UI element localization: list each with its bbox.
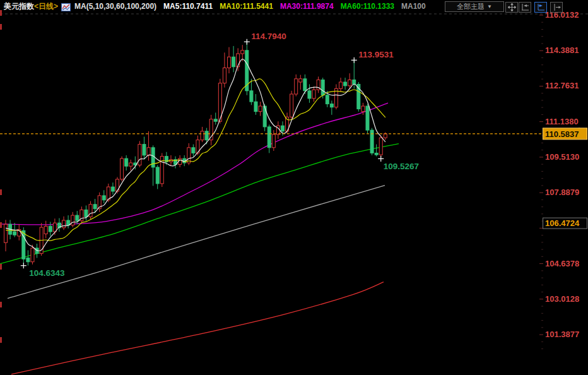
ma-legend-item: MA30:111.9874 bbox=[280, 2, 334, 11]
svg-text:104.6343: 104.6343 bbox=[29, 268, 65, 278]
price-annotation: 104.6343 bbox=[21, 263, 65, 278]
ma-legend-item: MA5:110.7411 bbox=[163, 2, 213, 11]
theme-dropdown[interactable]: 全部主题 ▼ bbox=[445, 1, 504, 12]
left-edge-clipped-mark bbox=[0, 24, 2, 30]
y-axis-label: 101.3877 bbox=[545, 330, 579, 339]
last-price-label: 110.5837 bbox=[543, 128, 587, 140]
ma-legend-item: MA100 bbox=[401, 2, 426, 11]
chart-topbar: 美元指数<日线> MA(5,10,30,60,100,200)MA5:110.7… bbox=[0, 0, 588, 13]
ma-legend-item: MA(5,10,30,60,100,200) bbox=[74, 2, 156, 11]
y-axis-label: 109.5130 bbox=[545, 152, 579, 162]
svg-text:114.7940: 114.7940 bbox=[251, 32, 286, 41]
left-edge-clipped-mark bbox=[0, 264, 2, 270]
ma60-line bbox=[0, 144, 399, 264]
pan-icon[interactable] bbox=[505, 2, 518, 13]
chart-app: 116.0132114.3881112.7631111.1380109.5130… bbox=[0, 0, 588, 375]
ma-legend-item: MA60:110.1333 bbox=[341, 2, 394, 11]
y-axis-label: 103.0128 bbox=[545, 294, 579, 304]
candles bbox=[4, 42, 387, 265]
y-axis-label: 107.8879 bbox=[545, 188, 579, 197]
y-axis-label: 104.6378 bbox=[545, 259, 579, 268]
period-label: <日线> bbox=[34, 1, 58, 12]
ma200-line bbox=[11, 282, 384, 374]
left-edge-clipped-mark bbox=[0, 189, 2, 195]
left-edge-clipped-mark bbox=[0, 222, 2, 228]
y-axis-label: 112.7631 bbox=[545, 81, 579, 90]
ma100-line bbox=[8, 186, 385, 299]
svg-text:110.5837: 110.5837 bbox=[545, 129, 579, 139]
axis-right-icon[interactable] bbox=[534, 2, 547, 13]
y-axis-label: 114.3881 bbox=[545, 45, 579, 55]
price-annotation: 114.7940 bbox=[244, 32, 286, 45]
svg-text:109.5267: 109.5267 bbox=[384, 162, 419, 171]
y-axis-ticks bbox=[539, 15, 543, 349]
chevron-down-icon: ▼ bbox=[487, 4, 492, 9]
axis-left-icon[interactable] bbox=[519, 2, 531, 13]
left-edge-clipped-mark bbox=[0, 302, 2, 307]
theme-dropdown-label: 全部主题 bbox=[457, 2, 485, 11]
y-axis-label: 111.1380 bbox=[545, 117, 579, 126]
candlestick-chart[interactable]: 116.0132114.3881112.7631111.1380109.5130… bbox=[0, 0, 588, 375]
axis-shift-icon[interactable] bbox=[550, 2, 563, 13]
ma-legend: MA(5,10,30,60,100,200)MA5:110.7411MA10:1… bbox=[74, 1, 426, 11]
title-group: 美元指数<日线> bbox=[4, 1, 71, 11]
left-edge-clipped-mark bbox=[0, 337, 2, 343]
chart-type-icon[interactable] bbox=[61, 3, 71, 11]
ma-legend-item: MA10:111.5441 bbox=[220, 2, 273, 11]
svg-text:113.9531: 113.9531 bbox=[358, 50, 394, 59]
price-annotation: 113.9531 bbox=[351, 50, 394, 63]
y-axis-labels: 116.0132114.3881112.7631111.1380109.5130… bbox=[545, 10, 579, 339]
instrument-title: 美元指数 bbox=[4, 1, 34, 12]
svg-text:106.4724: 106.4724 bbox=[545, 218, 580, 228]
price-annotation: 109.5267 bbox=[378, 156, 419, 171]
secondary-price-label: 106.4724 bbox=[543, 218, 587, 229]
